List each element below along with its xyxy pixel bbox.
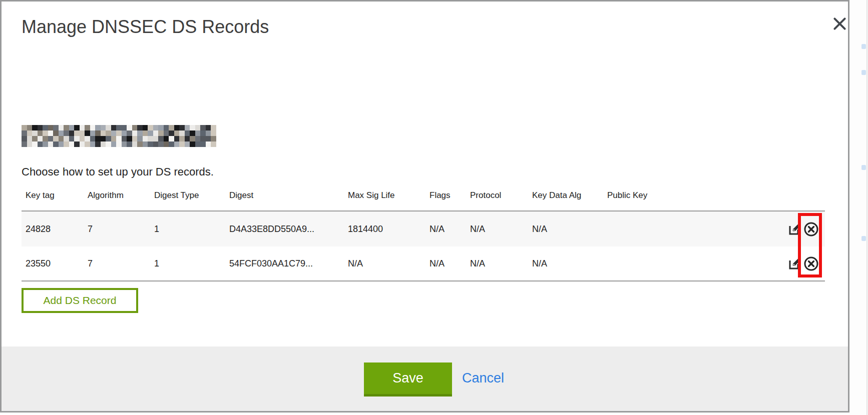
cell-digest-type: 1 bbox=[150, 258, 225, 269]
col-header-digest-type: Digest Type bbox=[150, 190, 225, 200]
row-actions bbox=[781, 246, 825, 280]
col-header-key-data-alg: Key Data Alg bbox=[528, 190, 603, 200]
col-header-public-key: Public Key bbox=[603, 190, 781, 200]
save-button[interactable]: Save bbox=[364, 362, 452, 396]
table-header-row: Key tag Algorithm Digest Type Digest Max… bbox=[22, 190, 825, 212]
cell-protocol: N/A bbox=[466, 258, 528, 269]
cell-max-sig-life: 1814400 bbox=[344, 224, 425, 234]
domain-name-redacted bbox=[22, 125, 216, 147]
delete-record-icon[interactable] bbox=[803, 222, 819, 237]
cell-key-tag: 24828 bbox=[22, 224, 84, 234]
col-header-actions bbox=[781, 190, 825, 190]
pencil-square-glyph bbox=[788, 222, 801, 236]
cell-digest: D4A33E8DD550A9... bbox=[225, 224, 344, 234]
close-x-glyph bbox=[833, 17, 846, 30]
cell-flags: N/A bbox=[425, 258, 466, 269]
cell-algorithm: 7 bbox=[84, 224, 150, 234]
cancel-link[interactable]: Cancel bbox=[462, 370, 504, 386]
dialog-title: Manage DNSSEC DS Records bbox=[22, 16, 269, 38]
instruction-text: Choose how to set up your DS records. bbox=[22, 166, 214, 178]
close-icon[interactable] bbox=[828, 12, 850, 34]
background-artifact bbox=[861, 70, 866, 75]
col-header-digest: Digest bbox=[225, 190, 344, 200]
dialog-footer: Save Cancel bbox=[2, 346, 848, 411]
col-header-protocol: Protocol bbox=[466, 190, 528, 200]
background-artifact bbox=[861, 236, 866, 241]
page-background bbox=[849, 0, 868, 415]
cell-digest-type: 1 bbox=[150, 224, 225, 234]
delete-record-icon[interactable] bbox=[803, 256, 819, 272]
cell-key-data-alg: N/A bbox=[528, 224, 603, 234]
cell-key-tag: 23550 bbox=[22, 258, 84, 269]
col-header-flags: Flags bbox=[425, 190, 466, 200]
col-header-key-tag: Key tag bbox=[22, 190, 84, 200]
cell-flags: N/A bbox=[425, 224, 466, 234]
ds-records-table: Key tag Algorithm Digest Type Digest Max… bbox=[22, 190, 825, 282]
cell-max-sig-life: N/A bbox=[344, 258, 425, 269]
background-artifact bbox=[861, 165, 866, 170]
circle-x-glyph bbox=[803, 256, 819, 272]
col-header-algorithm: Algorithm bbox=[84, 190, 150, 200]
pencil-square-glyph bbox=[788, 257, 801, 270]
cell-digest: 54FCF030AA1C79... bbox=[225, 258, 344, 269]
cell-key-data-alg: N/A bbox=[528, 258, 603, 269]
col-header-max-sig-life: Max Sig Life bbox=[344, 190, 425, 200]
circle-x-glyph bbox=[803, 222, 819, 237]
table-row: 23550 7 1 54FCF030AA1C79... N/A N/A N/A … bbox=[22, 246, 825, 282]
edit-record-icon[interactable] bbox=[788, 222, 801, 236]
edit-record-icon[interactable] bbox=[788, 257, 801, 270]
background-artifact bbox=[861, 44, 866, 49]
add-ds-record-button[interactable]: Add DS Record bbox=[22, 288, 138, 313]
cell-algorithm: 7 bbox=[84, 258, 150, 269]
row-actions bbox=[781, 212, 825, 246]
background-edge bbox=[866, 0, 867, 415]
cell-protocol: N/A bbox=[466, 224, 528, 234]
table-row: 24828 7 1 D4A33E8DD550A9... 1814400 N/A … bbox=[22, 212, 825, 246]
manage-dnssec-dialog: Manage DNSSEC DS Records Choose how to s… bbox=[0, 0, 849, 412]
